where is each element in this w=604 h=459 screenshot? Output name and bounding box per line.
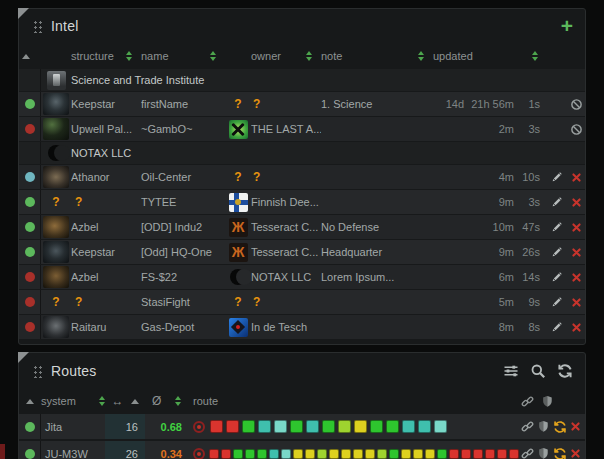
drag-handle-icon[interactable] bbox=[33, 364, 42, 378]
route-system-square bbox=[269, 449, 279, 459]
updated-days: 14d bbox=[433, 98, 471, 110]
column-name[interactable]: name bbox=[141, 50, 225, 62]
route-system-square bbox=[242, 420, 255, 433]
unknown-question-icon: ? bbox=[52, 295, 59, 309]
structure-name: [Odd] HQ-One bbox=[141, 246, 225, 258]
structure-name: FS-$22 bbox=[141, 271, 225, 283]
edit-structure-button[interactable] bbox=[551, 171, 563, 183]
dock-link-icon bbox=[521, 395, 534, 408]
updated-seconds: 10s bbox=[521, 171, 547, 183]
structure-type: Upwell Pal... bbox=[71, 123, 141, 135]
intel-row[interactable]: Upwell Pal... ~GambO~ THE LAST A... 2m 3… bbox=[19, 117, 585, 141]
delete-structure-button[interactable] bbox=[571, 297, 582, 308]
status-dot-teal bbox=[25, 172, 35, 182]
delete-structure-button[interactable] bbox=[571, 222, 582, 233]
note: 1. Science bbox=[321, 98, 433, 110]
unknown-question-icon: ? bbox=[234, 170, 241, 184]
sort-active-column[interactable] bbox=[19, 54, 41, 59]
route-system-square bbox=[365, 449, 375, 459]
background-panel-sliver bbox=[0, 444, 5, 459]
dock-link-icon[interactable] bbox=[521, 420, 534, 433]
route-start-icon bbox=[193, 421, 205, 433]
delete-structure-button[interactable] bbox=[571, 197, 582, 208]
route-system-square bbox=[418, 420, 431, 433]
safety-shield-icon[interactable] bbox=[537, 420, 550, 433]
routes-titlebar: Routes bbox=[19, 353, 585, 388]
intel-row[interactable]: Keepstar firstName ?? 1. Science 14d 21h… bbox=[19, 92, 585, 116]
route-system-square bbox=[377, 449, 387, 459]
edit-structure-button[interactable] bbox=[551, 221, 563, 233]
sort-asc-icon bbox=[22, 54, 30, 59]
delete-route-button[interactable] bbox=[570, 448, 581, 459]
intel-row[interactable]: Raitaru Gas-Depot In de Tesch 8m 8s bbox=[19, 315, 585, 339]
structure-image bbox=[43, 216, 69, 238]
column-system[interactable]: system bbox=[41, 395, 105, 407]
intel-row[interactable]: ?? StasiFight ?? 5m 9s bbox=[19, 290, 585, 314]
column-structure[interactable]: structure bbox=[41, 50, 141, 62]
intel-row[interactable]: Athanor Oil-Center ?? 4m 10s bbox=[19, 165, 585, 189]
add-structure-button[interactable]: + bbox=[561, 16, 573, 36]
intel-group-row: NOTAX LLC bbox=[19, 142, 585, 164]
owner-logo bbox=[229, 120, 248, 139]
delete-structure-button[interactable] bbox=[571, 322, 582, 333]
delete-structure-button[interactable] bbox=[571, 172, 582, 183]
updated-seconds: 14s bbox=[521, 271, 547, 283]
route-system-square bbox=[402, 420, 415, 433]
column-updated[interactable]: updated bbox=[433, 50, 547, 62]
column-avg-security[interactable]: Ø bbox=[145, 394, 189, 408]
column-note[interactable]: note bbox=[321, 50, 433, 62]
unknown-question-icon: ? bbox=[75, 295, 82, 309]
refresh-route-button[interactable] bbox=[553, 447, 567, 459]
edit-structure-button[interactable] bbox=[551, 271, 563, 283]
intel-row[interactable]: Azbel [ODD] Indu2 Tesseract C... No Defe… bbox=[19, 215, 585, 239]
structure-name: Gas-Depot bbox=[141, 321, 225, 333]
structure-name: TYTEE bbox=[141, 196, 225, 208]
refresh-all-icon[interactable] bbox=[557, 363, 573, 379]
refresh-route-button[interactable] bbox=[553, 420, 567, 434]
route-system-square bbox=[401, 449, 411, 459]
search-icon[interactable] bbox=[530, 363, 546, 379]
delete-structure-button[interactable] bbox=[571, 247, 582, 258]
drag-handle-icon[interactable] bbox=[33, 19, 42, 33]
route-system-square bbox=[449, 449, 459, 459]
structure-image bbox=[43, 266, 69, 288]
edit-structure-button[interactable] bbox=[551, 321, 563, 333]
route-system-square bbox=[341, 449, 351, 459]
route-settings-icon[interactable] bbox=[503, 363, 519, 379]
structure-name: firstName bbox=[141, 98, 225, 110]
edit-structure-button[interactable] bbox=[551, 296, 563, 308]
edit-structure-button[interactable] bbox=[551, 246, 563, 258]
edit-structure-button[interactable] bbox=[551, 196, 563, 208]
updated-minutes: 21h 56m bbox=[471, 98, 521, 110]
route-system-square bbox=[221, 449, 231, 459]
no-access-icon bbox=[570, 98, 583, 111]
updated-seconds: 3s bbox=[521, 196, 547, 208]
sort-active-column[interactable] bbox=[19, 399, 41, 404]
route-system-square bbox=[425, 449, 435, 459]
sort-updown-icon bbox=[418, 51, 424, 61]
unknown-question-icon: ? bbox=[253, 295, 260, 309]
column-jumps[interactable]: ↔ bbox=[105, 394, 145, 408]
route-system-square bbox=[389, 449, 399, 459]
delete-route-button[interactable] bbox=[570, 421, 581, 432]
panel-title: Routes bbox=[51, 363, 97, 379]
sort-asc-icon bbox=[131, 399, 139, 404]
route-row[interactable]: Jita 16 0.68 bbox=[19, 414, 585, 439]
route-system-square bbox=[473, 449, 483, 459]
route-row[interactable]: JU-M3W 26 0.34 bbox=[19, 441, 585, 459]
route-system-square bbox=[338, 420, 351, 433]
intel-row[interactable]: Keepstar [Odd] HQ-One Tesseract C... Hea… bbox=[19, 240, 585, 264]
dock-link-icon[interactable] bbox=[521, 447, 534, 459]
owner-logo bbox=[229, 318, 248, 337]
intel-row[interactable]: ?? TYTEE Finnish Dee... 9m 3s bbox=[19, 190, 585, 214]
route-start-icon bbox=[193, 448, 205, 459]
system-name: JU-M3W bbox=[41, 448, 105, 459]
delete-structure-button[interactable] bbox=[571, 272, 582, 283]
structure-name: StasiFight bbox=[141, 296, 225, 308]
column-owner[interactable]: owner bbox=[225, 50, 321, 62]
intel-row[interactable]: Azbel FS-$22 NOTAX LLC Lorem Ipsum... 6m… bbox=[19, 265, 585, 289]
safety-shield-icon[interactable] bbox=[537, 447, 550, 459]
owner-name: THE LAST A... bbox=[251, 123, 321, 135]
avg-security: 0.34 bbox=[145, 448, 189, 459]
route-system-square bbox=[233, 449, 243, 459]
